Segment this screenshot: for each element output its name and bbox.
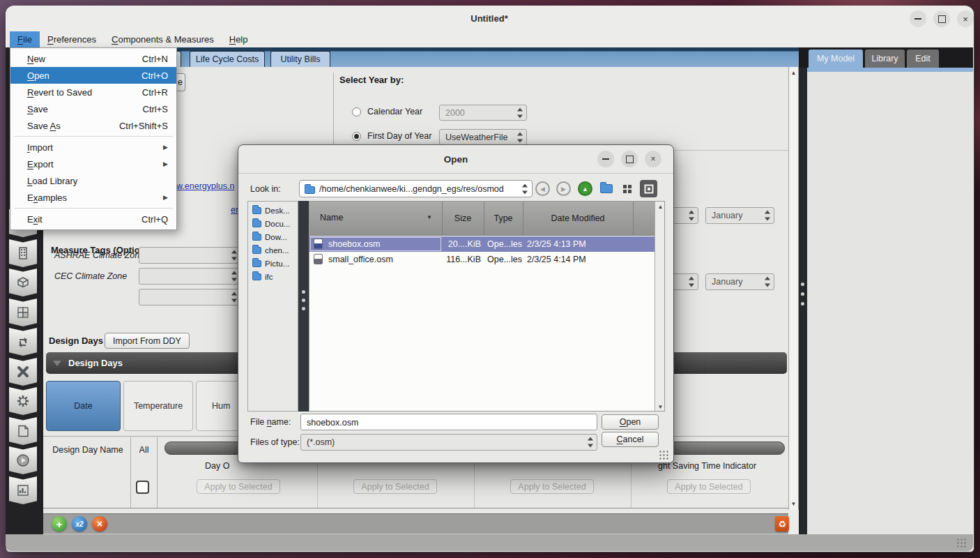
maximize-button[interactable] [933, 10, 950, 27]
cec-select[interactable] [139, 268, 241, 285]
sidebar-tab-measures[interactable] [9, 358, 37, 386]
file-name-input[interactable]: shoebox.osm [300, 414, 597, 430]
calendar-year-select[interactable]: 2000 [439, 105, 527, 121]
tab-edit[interactable]: Edit [907, 50, 939, 68]
main-scrollbar[interactable]: ▲ ▼ [788, 67, 799, 510]
place-home[interactable]: chen... [248, 243, 298, 257]
menu-preferences[interactable]: Preferences [40, 31, 104, 47]
new-folder-button[interactable] [598, 181, 615, 197]
tab-life-cycle-costs[interactable]: Life Cycle Costs [190, 51, 265, 67]
scroll-down-icon[interactable]: ▼ [789, 501, 798, 507]
menu-item-examples[interactable]: Examples▶ [10, 189, 176, 206]
menu-file[interactable]: File [10, 31, 40, 47]
month-select-1[interactable]: January [705, 207, 774, 224]
sidebar-tab-spaces[interactable] [9, 269, 37, 296]
set-weather-file-button-fragment[interactable]: e [176, 73, 185, 91]
menu-components-measures[interactable]: Components & Measures [104, 31, 222, 47]
files-of-type-select[interactable]: (*.osm) [300, 434, 597, 451]
dialog-open-button[interactable]: Open [602, 414, 659, 430]
tab-my-model[interactable]: My Model [809, 50, 863, 68]
duplicate-button[interactable]: x2 [72, 516, 87, 531]
view-temperature-button[interactable]: Temperature [123, 381, 193, 431]
look-in-combo[interactable]: /home/chenkianwee/ki...gendgn_egs/res/os… [299, 180, 533, 197]
first-day-select[interactable]: UseWeatherFile [439, 129, 527, 145]
trash-drop-zone[interactable]: ♻ [775, 516, 789, 531]
menu-item-exit[interactable]: ExitCtrl+Q [10, 211, 176, 227]
dialog-cancel-button[interactable]: Cancel [602, 432, 659, 447]
import-ddy-button[interactable]: Import From DDY [105, 333, 190, 349]
scroll-up-icon[interactable]: ▲ [655, 204, 665, 210]
apply-to-selected-button[interactable]: Apply to Selected [510, 479, 594, 494]
energyplus-link[interactable]: w.energyplus.n [176, 181, 238, 191]
add-button[interactable]: + [52, 516, 67, 531]
splitter-handle-dot[interactable] [801, 292, 804, 296]
dialog-titlebar[interactable]: Open × [238, 145, 673, 174]
loop-arrows-icon [15, 334, 31, 349]
file-row-small-office[interactable]: small_office.osm 116...KiB Ope...les 2/3… [309, 252, 654, 267]
dialog-resize-grip[interactable] [659, 450, 670, 460]
name-header[interactable]: Name [320, 213, 343, 223]
dialog-minimize-button[interactable] [597, 151, 614, 167]
sidebar-tab-scripts[interactable] [9, 417, 37, 445]
size-header[interactable]: Size [442, 202, 484, 235]
menu-item-revert[interactable]: Revert to SavedCtrl+R [10, 84, 176, 100]
resize-grip[interactable] [956, 538, 967, 548]
file-size: 116...KiB [442, 255, 481, 264]
sidebar-tab-results[interactable] [9, 476, 37, 504]
file-row-shoebox[interactable]: shoebox.osm 20....KiB Ope...les 2/3/25 4… [309, 236, 654, 252]
place-documents[interactable]: Docu... [248, 217, 298, 230]
list-view-button[interactable] [619, 181, 636, 197]
delete-button[interactable]: × [92, 516, 107, 531]
splitter-handle-dot[interactable] [801, 282, 804, 286]
measure-tag-select[interactable] [139, 289, 241, 306]
scroll-down-icon[interactable]: ▼ [655, 404, 665, 410]
apply-to-selected-button[interactable]: Apply to Selected [353, 479, 437, 494]
apply-to-selected-button[interactable]: Apply to Selected [197, 479, 280, 494]
dialog-maximize-button[interactable] [621, 151, 638, 167]
titlebar[interactable]: Untitled* × [6, 6, 973, 31]
sidebar-tab-facility[interactable] [9, 239, 37, 267]
menu-item-save[interactable]: SaveCtrl+S [10, 100, 176, 117]
sidebar-tab-geometry[interactable] [9, 299, 37, 326]
menu-item-import[interactable]: Import▶ [10, 139, 176, 156]
place-ifc[interactable]: ifc [248, 270, 298, 283]
menu-item-save-as[interactable]: Save AsCtrl+Shift+S [10, 117, 176, 134]
apply-to-selected-button[interactable]: Apply to Selected [667, 479, 751, 494]
minimize-button[interactable] [910, 10, 926, 27]
menu-item-load-library[interactable]: Load Library [10, 172, 176, 189]
sidebar-tab-run[interactable] [9, 446, 37, 474]
place-downloads[interactable]: Dow... [248, 230, 298, 243]
calendar-year-radio[interactable] [352, 107, 361, 116]
first-day-label: First Day of Year [367, 131, 431, 141]
place-pictures[interactable]: Pictu... [248, 257, 298, 270]
splitter-handle-dot[interactable] [801, 302, 804, 306]
sidebar-tab-loads[interactable] [9, 328, 37, 356]
table-bottom-border [43, 508, 788, 508]
select-all-checkbox[interactable] [136, 481, 149, 494]
up-directory-button[interactable]: ▲ [578, 181, 592, 196]
sort-descending-icon[interactable]: ▼ [427, 214, 432, 220]
ashrae-select[interactable] [139, 247, 241, 264]
tab-library[interactable]: Library [865, 50, 905, 68]
date-modified-header[interactable]: Date Modified [523, 202, 633, 235]
view-date-button[interactable]: Date [46, 381, 121, 431]
place-desktop[interactable]: Desk... [248, 204, 298, 217]
close-button[interactable]: × [957, 10, 974, 27]
sidebar-tab-settings[interactable] [9, 387, 37, 415]
month-select-2[interactable]: January [705, 273, 774, 290]
menu-help[interactable]: Help [222, 31, 256, 47]
back-button[interactable]: ◀ [535, 181, 550, 196]
menu-item-export[interactable]: Export▶ [10, 156, 176, 172]
scroll-up-icon[interactable]: ▲ [789, 70, 798, 76]
file-name-value: shoebox.osm [307, 418, 358, 428]
type-header[interactable]: Type [484, 202, 523, 235]
menu-item-open[interactable]: OpenCtrl+O [10, 67, 176, 84]
file-list-scrollbar[interactable]: ▲ ▼ [654, 202, 665, 412]
forward-button[interactable]: ▶ [556, 181, 571, 196]
tab-utility-bills[interactable]: Utility Bills [270, 51, 330, 67]
sidebar-splitter[interactable] [298, 201, 309, 412]
dialog-close-button[interactable]: × [645, 151, 661, 167]
detail-view-button[interactable] [640, 180, 657, 197]
first-day-radio[interactable] [352, 132, 361, 141]
menu-item-new[interactable]: NewCtrl+N [10, 50, 176, 67]
